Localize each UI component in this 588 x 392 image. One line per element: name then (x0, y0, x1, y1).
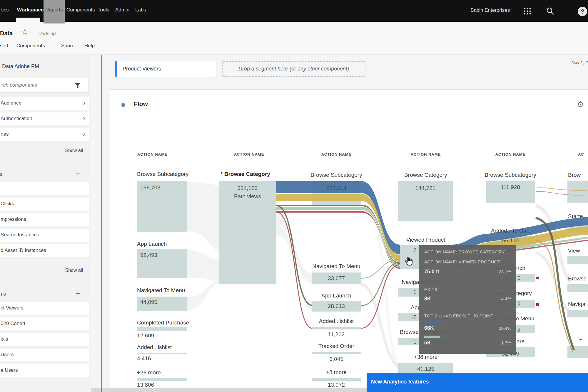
nav-item-analytics[interactable]: tics (1, 7, 9, 13)
menu-share[interactable]: Share (61, 43, 74, 49)
app-switcher-icon[interactable] (523, 7, 532, 15)
show-all-metrics-link[interactable]: Show all (0, 268, 83, 273)
sidebar-item-users[interactable]: Users (0, 349, 89, 361)
flow-node-label[interactable]: ore (517, 338, 524, 345)
filter-icon[interactable] (74, 82, 81, 89)
nav-item-workspace[interactable]: Workspace (17, 7, 44, 13)
sidebar-item-clicks[interactable]: Clicks (0, 198, 89, 211)
sidebar-item-ries[interactable]: ries › (0, 128, 89, 141)
undo-status: Undoing... (38, 31, 60, 36)
nav-item-labs[interactable]: Labs (135, 7, 146, 13)
flow-node[interactable] (567, 181, 588, 203)
flow-node-value: 11,202 (312, 331, 361, 338)
col4-header[interactable]: ACTION NAME (396, 152, 455, 157)
tooltip-link2-bar (424, 336, 440, 338)
flow-node-label[interactable]: Completed Purchase (137, 319, 189, 326)
flow-node-label[interactable]: +8 more (301, 369, 372, 376)
nav-item-tools[interactable]: Tools (98, 7, 109, 13)
flow-node-label[interactable]: Added...ishlist (301, 318, 372, 324)
sidebar-item-authentication[interactable]: Authentication › (0, 112, 89, 125)
active-tab-notch (16, 18, 40, 22)
flow-node-label[interactable]: App Launch (137, 241, 167, 247)
col6-header[interactable]: AC (578, 152, 584, 157)
col5-header[interactable]: ACTION NAME (481, 152, 540, 157)
flow-node[interactable] (312, 378, 361, 381)
flow-node[interactable] (312, 352, 361, 354)
tooltip-value: 75,011 (424, 269, 440, 275)
flow-node[interactable] (312, 327, 361, 329)
panel-collapse-dot[interactable] (121, 103, 125, 107)
menu-insert[interactable]: sert (0, 43, 8, 49)
flow-node-label[interactable]: Added...To Cart (475, 228, 546, 234)
sidebar-item-metric-blank[interactable] (0, 182, 89, 195)
flow-node-label[interactable]: Browse Subcategory (475, 172, 546, 178)
account-name[interactable]: Sabin Enterprises (470, 7, 510, 13)
sidebar-item-e-users[interactable]: e Users (0, 364, 89, 377)
flow-node-label[interactable]: Naviga (568, 301, 585, 307)
nav-item-admin[interactable]: Admin (115, 7, 129, 13)
flow-node-label[interactable]: Browse Category (390, 172, 461, 178)
flow-node-value: 15 (410, 314, 417, 321)
col2-header[interactable]: ACTION NAME (220, 152, 278, 157)
flow-node-label[interactable]: Viewed Product (390, 237, 461, 243)
flow-node[interactable] (137, 378, 187, 381)
flow-node-label[interactable]: + (579, 337, 582, 343)
nav-item-reports[interactable]: Reports (44, 0, 65, 23)
flow-node-label[interactable]: App Launch (301, 292, 372, 299)
chevron-right-icon: › (83, 114, 85, 122)
date-range[interactable]: Nov 1, 2 (572, 60, 588, 65)
sidebar-item-source-instances[interactable]: Source Instances (0, 229, 89, 242)
search-icon[interactable] (546, 6, 554, 15)
flow-node-label[interactable]: View (568, 248, 580, 254)
flow-node-label[interactable]: Browse Subcategory (137, 171, 188, 177)
segment-dropzone[interactable]: Drop a segment here (or any other compon… (222, 61, 365, 77)
flow-node-label[interactable]: Tracked Order (301, 343, 372, 349)
menu-help[interactable]: Help (84, 43, 95, 49)
sidebar-item-2020-cohort[interactable]: 020 Cohort (0, 317, 89, 330)
flow-node-label[interactable]: +38 more (390, 354, 461, 360)
gear-icon[interactable]: ⚙ (577, 100, 584, 109)
new-features-banner[interactable]: New Analytics features (367, 373, 588, 392)
flow-node[interactable] (567, 256, 588, 264)
svg-text:?: ? (581, 8, 584, 15)
chevron-right-icon: › (83, 130, 85, 138)
favorite-star-icon[interactable]: ☆ (21, 27, 29, 37)
sidebar-item-asset-id-instances[interactable]: d Asset ID Instances (0, 244, 89, 257)
flow-node[interactable] (567, 222, 588, 232)
component-sidebar: Data Adobe PM rch components Audience › … (0, 55, 91, 392)
sidebar-item-product-viewers[interactable]: ct Viewers (0, 302, 89, 315)
sidebar-item-trials[interactable]: ials (0, 333, 89, 346)
flow-node[interactable] (137, 353, 187, 354)
flow-node-label[interactable]: Browse Subcategory (301, 172, 372, 178)
col3-header[interactable]: ACTION NAME (307, 152, 366, 157)
flow-node[interactable] (137, 327, 187, 331)
flow-node-label[interactable]: Navigated To Menu (137, 287, 185, 294)
flow-node-label[interactable]: Browse (568, 275, 587, 282)
flow-node-label[interactable]: Navigated To Menu (301, 263, 372, 270)
help-icon[interactable]: ? (577, 6, 588, 17)
flow-node[interactable] (567, 346, 588, 358)
flow-node-value: 66,110 (486, 237, 535, 244)
flow-node-value: 13,972 (312, 382, 361, 388)
flow-focus-node-label[interactable]: * Browse Category (220, 171, 270, 177)
sidebar-item-audience[interactable]: Audience › (0, 97, 89, 110)
flow-node-label[interactable]: Brow (568, 172, 581, 178)
flow-node-label[interactable]: Starte (568, 213, 583, 220)
flow-node[interactable] (567, 310, 588, 317)
add-segment-icon[interactable]: + (76, 290, 80, 298)
flow-node[interactable] (567, 284, 588, 292)
add-metric-icon[interactable]: + (76, 170, 80, 178)
search-components-input[interactable]: rch components (0, 78, 89, 92)
tooltip-links-label: TOP 2 LINKS FROM THIS POINT (424, 313, 493, 318)
drag-handle[interactable] (115, 61, 117, 77)
flow-node-metric: Path views (223, 193, 272, 200)
flow-node-label[interactable]: +26 more (137, 369, 161, 376)
flow-node-value: 7 (413, 247, 417, 253)
menu-components[interactable]: Components (16, 43, 45, 49)
sidebar-item-impressions[interactable]: mpressions (0, 213, 89, 226)
segment-chip-product-viewers[interactable]: Product Viewers (115, 61, 216, 77)
col1-header[interactable]: ACTION NAME (137, 152, 168, 157)
nav-item-components[interactable]: Components (66, 7, 95, 13)
flow-node-label[interactable]: Added...ishlist (137, 344, 172, 351)
show-all-dimensions-link[interactable]: Show all (0, 148, 83, 153)
